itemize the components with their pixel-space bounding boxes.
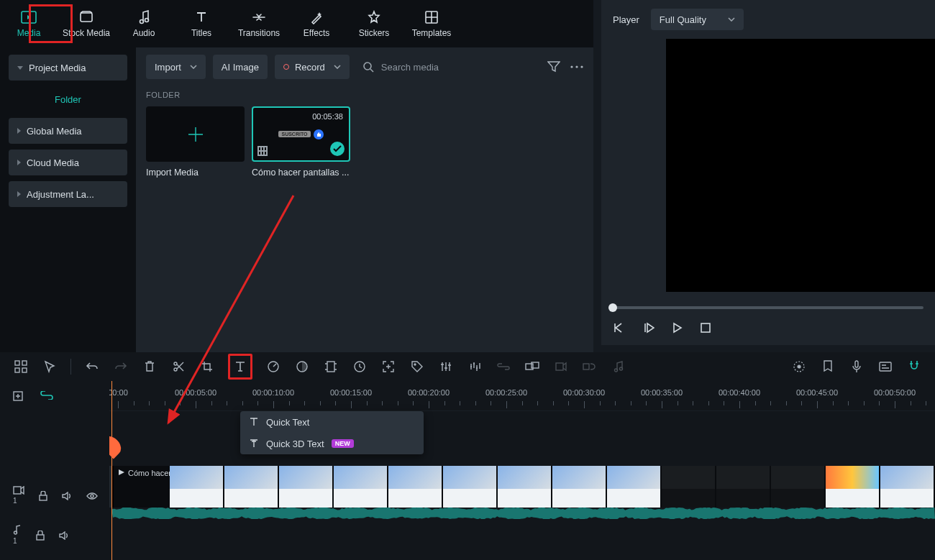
- tab-titles[interactable]: Titles: [173, 0, 230, 47]
- tab-media[interactable]: Media: [0, 0, 58, 47]
- lock-icon[interactable]: [36, 531, 45, 541]
- tab-transitions[interactable]: Transitions: [230, 0, 288, 47]
- ruler-label: 00:00:30:00: [563, 388, 605, 397]
- more-icon[interactable]: [570, 65, 583, 68]
- clip-frame: [498, 466, 552, 508]
- audio-sync-icon[interactable]: [582, 359, 598, 375]
- media-clip-tile[interactable]: 00:05:38 SUSCRITO Cómo hacer pantallas .…: [252, 106, 350, 178]
- stock-media-icon: [78, 9, 94, 25]
- video-track[interactable]: Cómo hacer pantallas finales: [109, 466, 935, 508]
- snap-icon[interactable]: [906, 359, 922, 375]
- svg-point-6: [364, 63, 371, 70]
- svg-rect-12: [22, 361, 27, 365]
- tab-effects[interactable]: Effects: [288, 0, 345, 47]
- crop-icon[interactable]: [199, 359, 215, 375]
- lock-icon[interactable]: [39, 491, 47, 501]
- import-button[interactable]: Import: [146, 55, 206, 79]
- marker-icon[interactable]: [820, 359, 836, 375]
- text-tool-icon[interactable]: [232, 359, 248, 375]
- chevron-right-icon: [17, 160, 21, 165]
- player-scrubber[interactable]: [613, 306, 923, 309]
- clip-duration: 00:05:38: [312, 112, 343, 121]
- tag-icon[interactable]: [409, 359, 425, 375]
- prev-frame-button[interactable]: [613, 322, 626, 334]
- mixer-icon[interactable]: [467, 359, 483, 375]
- adjust-icon[interactable]: [438, 359, 454, 375]
- ctx-quick-text[interactable]: Quick Text: [240, 411, 424, 433]
- grid-icon[interactable]: [13, 359, 29, 375]
- visibility-icon[interactable]: [86, 492, 98, 500]
- audio-track-icon[interactable]: 1: [13, 525, 22, 546]
- record-button[interactable]: Record: [275, 55, 350, 79]
- timeline-ruler[interactable]: 00:0000:00:05:0000:00:10:0000:00:15:0000…: [109, 381, 935, 411]
- video-track-icon[interactable]: 1: [13, 486, 24, 505]
- main-tabs: Media Stock Media Audio Titles Transitio…: [0, 0, 593, 47]
- svg-rect-30: [855, 361, 858, 367]
- track-header-column: 1 1: [0, 381, 109, 560]
- subtitle-icon[interactable]: [877, 359, 893, 375]
- clip-frame: [716, 466, 771, 508]
- svg-point-8: [575, 65, 578, 68]
- chevron-down-icon: [728, 17, 735, 22]
- play-button[interactable]: [643, 322, 654, 334]
- quality-select[interactable]: Full Quality: [651, 9, 744, 30]
- tab-transitions-label: Transitions: [238, 28, 280, 38]
- tab-templates[interactable]: Templates: [403, 0, 460, 47]
- ai-image-button[interactable]: AI Image: [213, 55, 268, 79]
- filter-icon[interactable]: [547, 61, 560, 73]
- sidebar-item-adjustment-layer[interactable]: Adjustment La...: [9, 181, 127, 207]
- ctx-quick-3d-text[interactable]: Quick 3D Text NEW: [240, 433, 424, 454]
- mask-icon[interactable]: [323, 359, 339, 375]
- stop-button[interactable]: [701, 323, 711, 333]
- music-icon[interactable]: [611, 359, 626, 375]
- scrubber-handle[interactable]: [608, 303, 617, 312]
- keyframe-icon[interactable]: [352, 359, 368, 375]
- fit-icon[interactable]: [380, 359, 396, 375]
- import-media-tile[interactable]: Import Media: [146, 106, 245, 178]
- redo-icon[interactable]: [113, 359, 129, 375]
- link-tracks-icon[interactable]: [40, 391, 53, 403]
- add-track-icon[interactable]: [13, 391, 24, 403]
- link-icon[interactable]: [496, 359, 511, 375]
- ruler-label: 00:00:20:00: [408, 388, 450, 397]
- search-input[interactable]: [380, 61, 534, 73]
- voiceover-icon[interactable]: [849, 359, 865, 375]
- search-media[interactable]: [357, 61, 540, 73]
- media-browser: Import AI Image Record: [136, 47, 593, 393]
- split-icon[interactable]: [170, 359, 186, 375]
- suscrito-badge: SUSCRITO: [278, 131, 310, 137]
- playhead-line[interactable]: [111, 381, 112, 560]
- chevron-right-icon: [17, 128, 21, 134]
- color-icon[interactable]: [294, 359, 310, 375]
- playhead-handle[interactable]: [109, 433, 124, 459]
- video-clip[interactable]: Cómo hacer pantallas finales: [112, 466, 935, 508]
- svg-rect-19: [327, 362, 334, 372]
- delete-icon[interactable]: [142, 359, 158, 375]
- tab-audio[interactable]: Audio: [115, 0, 173, 47]
- next-frame-button[interactable]: [672, 322, 683, 334]
- player-preview[interactable]: [666, 39, 935, 292]
- svg-rect-31: [880, 362, 891, 371]
- tab-stock-media[interactable]: Stock Media: [58, 0, 115, 47]
- text-3d-icon: [249, 439, 259, 449]
- sidebar-item-folder[interactable]: Folder: [9, 86, 127, 112]
- group-icon[interactable]: [524, 359, 540, 375]
- mute-icon[interactable]: [59, 531, 69, 540]
- media-icon: [21, 9, 37, 25]
- cursor-icon[interactable]: [42, 359, 58, 375]
- sidebar-item-cloud-media[interactable]: Cloud Media: [9, 150, 127, 175]
- speed-icon[interactable]: [265, 359, 281, 375]
- ruler-label: 00:00:50:00: [874, 388, 916, 397]
- player-label: Player: [613, 14, 639, 25]
- record-vo-icon[interactable]: [553, 359, 569, 375]
- mute-icon[interactable]: [62, 492, 72, 500]
- undo-icon[interactable]: [84, 359, 100, 375]
- render-icon[interactable]: [791, 359, 807, 375]
- clip-frame: [443, 466, 498, 508]
- sidebar-item-project-media[interactable]: Project Media: [9, 55, 127, 81]
- svg-rect-13: [15, 368, 19, 372]
- clip-frame: [552, 466, 607, 508]
- sidebar-item-global-media[interactable]: Global Media: [9, 118, 127, 144]
- clip-frame: [334, 466, 388, 508]
- tab-stickers[interactable]: Stickers: [345, 0, 403, 47]
